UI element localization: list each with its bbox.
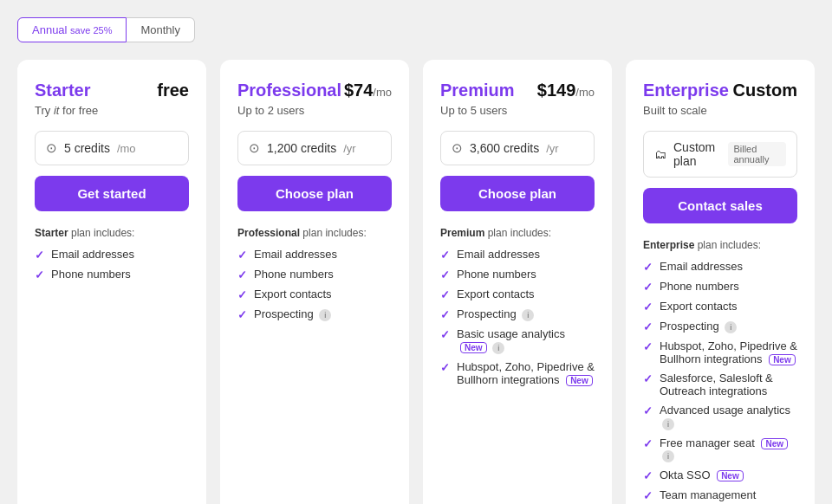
- check-icon: ✓: [237, 268, 247, 281]
- plan-name-starter: Starter: [35, 81, 90, 100]
- feature-item: ✓Email addresses: [35, 248, 189, 262]
- feature-item: ✓Export contacts: [440, 288, 595, 301]
- feature-text: Phone numbers: [457, 268, 536, 281]
- feature-text: Okta SSO New: [660, 468, 744, 481]
- check-icon: ✓: [440, 328, 450, 341]
- check-icon: ✓: [237, 249, 247, 262]
- info-icon[interactable]: i: [319, 309, 331, 321]
- info-icon[interactable]: i: [662, 418, 674, 430]
- credits-amount: 3,600 credits: [470, 141, 539, 155]
- credits-per: /yr: [343, 142, 355, 155]
- feature-list-professional: ✓Email addresses✓Phone numbers✓Export co…: [237, 248, 392, 321]
- feature-item: ✓Advanced usage analytics i: [643, 404, 797, 430]
- plan-subtitle-starter: Try it for free: [35, 104, 189, 117]
- feature-text: Salesforce, Salesloft & Outreach integra…: [660, 372, 797, 397]
- feature-item: ✓Prospecting i: [237, 307, 392, 321]
- check-icon: ✓: [643, 372, 653, 385]
- feature-text: Email addresses: [457, 248, 540, 261]
- check-icon: ✓: [440, 268, 450, 281]
- feature-item: ✓Phone numbers: [35, 268, 189, 281]
- feature-text: Prospecting i: [254, 307, 331, 321]
- plan-header-enterprise: EnterpriseCustom: [643, 81, 797, 100]
- plan-name-enterprise: Enterprise: [643, 81, 729, 100]
- billing-toggle: Annual save 25% Monthly: [17, 17, 815, 42]
- feature-item: ✓Phone numbers: [643, 280, 797, 294]
- plan-includes-label-professional: Professional plan includes:: [237, 227, 392, 239]
- feature-item: ✓Team management: [643, 488, 797, 502]
- feature-list-enterprise: ✓Email addresses✓Phone numbers✓Export co…: [643, 260, 797, 504]
- feature-text: Prospecting i: [660, 320, 737, 333]
- new-badge: New: [566, 375, 593, 386]
- feature-text: Basic usage analytics New i: [457, 327, 595, 354]
- feature-item: ✓Salesforce, Salesloft & Outreach integr…: [643, 372, 797, 397]
- feature-item: ✓Free manager seat New i: [643, 436, 797, 463]
- feature-text: Email addresses: [254, 248, 337, 261]
- annual-toggle[interactable]: Annual save 25%: [17, 17, 127, 42]
- custom-plan-box: 🗂 Custom plan Billed annually: [643, 131, 797, 178]
- check-icon: ✓: [35, 249, 44, 262]
- check-icon: ✓: [643, 340, 653, 353]
- check-icon: ✓: [643, 320, 653, 333]
- feature-list-starter: ✓Email addresses✓Phone numbers: [35, 248, 189, 281]
- plan-price-enterprise: Custom: [733, 81, 797, 100]
- feature-text: Email addresses: [51, 248, 134, 261]
- credits-icon: ⊙: [249, 140, 260, 156]
- check-icon: ✓: [643, 281, 653, 294]
- check-icon: ✓: [440, 288, 450, 301]
- credits-per: /mo: [117, 142, 136, 155]
- credits-amount: 5 credits: [64, 141, 110, 155]
- feature-text: Advanced usage analytics i: [660, 404, 797, 430]
- plan-price-premium: $149/mo: [537, 81, 595, 100]
- feature-item: ✓Phone numbers: [237, 268, 392, 281]
- plan-name-professional: Professional: [237, 81, 341, 100]
- feature-item: ✓Email addresses: [643, 260, 797, 274]
- cta-button-professional[interactable]: Choose plan: [237, 176, 392, 211]
- plan-header-starter: Starterfree: [35, 81, 189, 100]
- credits-per: /yr: [546, 142, 558, 155]
- new-badge: New: [460, 342, 487, 353]
- plan-subtitle-enterprise: Built to scale: [643, 104, 797, 117]
- info-icon[interactable]: i: [725, 321, 737, 333]
- feature-item: ✓Hubspot, Zoho, Pipedrive & Bullhorn int…: [643, 339, 797, 365]
- feature-item: ✓Email addresses: [237, 248, 392, 262]
- check-icon: ✓: [440, 249, 450, 262]
- check-icon: ✓: [643, 300, 653, 313]
- custom-plan-label: Custom plan: [673, 140, 721, 168]
- check-icon: ✓: [440, 361, 450, 374]
- plan-price-starter: free: [157, 81, 189, 100]
- feature-text: Export contacts: [660, 300, 738, 313]
- plan-header-premium: Premium$149/mo: [440, 81, 595, 100]
- feature-text: Phone numbers: [254, 268, 334, 281]
- check-icon: ✓: [35, 268, 44, 281]
- credits-box-premium: ⊙ 3,600 credits /yr: [440, 131, 595, 165]
- plans-grid: StarterfreeTry it for free ⊙ 5 credits /…: [17, 60, 815, 504]
- new-badge: New: [717, 470, 744, 481]
- cta-button-starter[interactable]: Get started: [35, 176, 189, 211]
- credits-icon: ⊙: [452, 140, 463, 156]
- plan-subtitle-premium: Up to 5 users: [440, 104, 595, 117]
- feature-item: ✓Okta SSO New: [643, 468, 797, 482]
- plan-price-professional: $74/mo: [344, 81, 392, 100]
- feature-text: Export contacts: [457, 288, 535, 300]
- info-icon[interactable]: i: [662, 450, 674, 462]
- credits-icon: ⊙: [46, 140, 57, 156]
- info-icon[interactable]: i: [522, 309, 534, 321]
- feature-item: ✓Prospecting i: [643, 320, 797, 333]
- info-icon[interactable]: i: [492, 342, 504, 354]
- feature-text: Hubspot, Zoho, Pipedrive & Bullhorn inte…: [457, 360, 595, 386]
- feature-text: Team management: [660, 488, 756, 501]
- feature-item: ✓Basic usage analytics New i: [440, 327, 595, 354]
- credits-box-professional: ⊙ 1,200 credits /yr: [237, 131, 392, 165]
- check-icon: ✓: [643, 469, 653, 482]
- cta-button-premium[interactable]: Choose plan: [440, 176, 595, 211]
- new-badge: New: [769, 354, 796, 365]
- plan-card-enterprise: EnterpriseCustomBuilt to scale 🗂 Custom …: [626, 60, 815, 504]
- feature-item: ✓Export contacts: [643, 300, 797, 313]
- plan-card-starter: StarterfreeTry it for free ⊙ 5 credits /…: [17, 60, 206, 504]
- cta-button-enterprise[interactable]: Contact sales: [643, 188, 797, 223]
- check-icon: ✓: [440, 308, 450, 321]
- monthly-toggle[interactable]: Monthly: [127, 17, 195, 42]
- plan-card-professional: Professional$74/moUp to 2 users ⊙ 1,200 …: [220, 60, 409, 504]
- check-icon: ✓: [237, 288, 247, 301]
- plan-includes-label-starter: Starter plan includes:: [35, 227, 189, 239]
